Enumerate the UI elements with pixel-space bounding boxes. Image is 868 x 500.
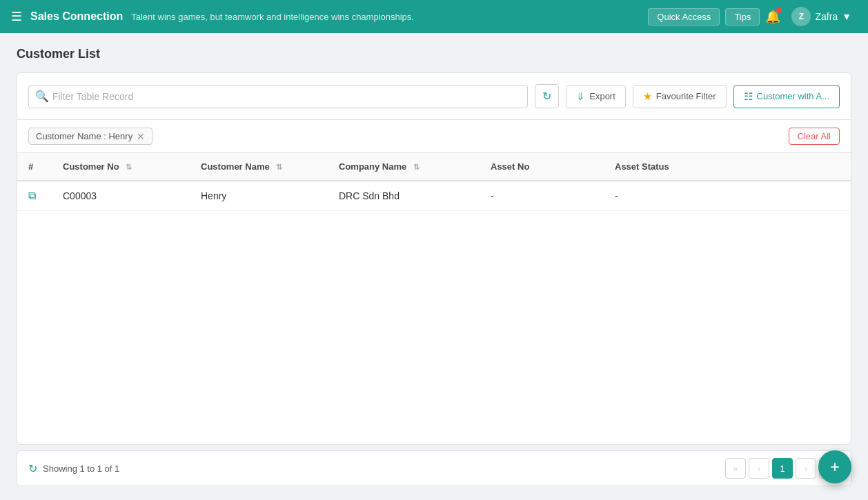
row-link-cell: ⧉ xyxy=(17,181,52,211)
tips-button[interactable]: Tips xyxy=(725,8,760,26)
filter-tag-label: Customer Name : Henry xyxy=(36,131,132,141)
page-content: Customer List 🔍 ↻ ⇓ Export ★ Favourite F… xyxy=(0,33,868,500)
showing-info: ↻ Showing 1 to 1 of 1 xyxy=(28,462,119,475)
add-button[interactable]: + xyxy=(818,450,851,483)
customer-filter-label: Customer with A... xyxy=(757,91,829,101)
first-page-button[interactable]: « xyxy=(725,458,746,479)
chevron-down-icon: ▼ xyxy=(842,11,851,22)
data-table: # Customer No ⇅ Customer Name ⇅ Company … xyxy=(17,153,851,211)
favourite-filter-button[interactable]: ★ Favourite Filter xyxy=(633,85,727,108)
page-title: Customer List xyxy=(17,47,851,61)
notifications-button[interactable]: 🔔 xyxy=(765,9,780,24)
table-row: ⧉ C00003 Henry DRC Sdn Bhd - - xyxy=(17,181,851,211)
sort-icon-company-name[interactable]: ⇅ xyxy=(413,163,420,171)
star-icon: ★ xyxy=(643,90,652,103)
next-page-button[interactable]: › xyxy=(796,458,816,479)
export-label: Export xyxy=(589,91,615,101)
prev-page-button[interactable]: ‹ xyxy=(749,458,769,479)
columns-icon: ☷ xyxy=(744,90,753,103)
row-asset-status: - xyxy=(604,181,851,211)
col-customer-no: Customer No ⇅ xyxy=(52,153,190,181)
filter-tags: Customer Name : Henry ✕ xyxy=(28,128,152,145)
row-link-icon[interactable]: ⧉ xyxy=(28,190,36,201)
col-hash: # xyxy=(17,153,52,181)
app-logo: Sales Connection xyxy=(30,10,123,23)
footer: ↻ Showing 1 to 1 of 1 « ‹ 1 › » xyxy=(17,450,851,486)
clear-all-button[interactable]: Clear All xyxy=(789,128,840,145)
export-button[interactable]: ⇓ Export xyxy=(566,85,626,108)
filter-tag: Customer Name : Henry ✕ xyxy=(28,128,152,145)
toolbar: 🔍 ↻ ⇓ Export ★ Favourite Filter ☷ Custom… xyxy=(17,73,851,120)
col-asset-no: Asset No xyxy=(480,153,604,181)
filter-tag-remove[interactable]: ✕ xyxy=(137,132,145,141)
col-asset-status: Asset Status xyxy=(604,153,851,181)
row-customer-no: C00003 xyxy=(52,181,190,211)
refresh-button[interactable]: ↻ xyxy=(535,84,559,108)
col-company-name: Company Name ⇅ xyxy=(328,153,480,181)
sort-icon-customer-no[interactable]: ⇅ xyxy=(126,163,132,171)
refresh-icon: ↻ xyxy=(542,90,551,103)
customer-filter-button[interactable]: ☷ Customer with A... xyxy=(733,85,840,108)
menu-icon[interactable]: ☰ xyxy=(11,9,22,24)
main-card: 🔍 ↻ ⇓ Export ★ Favourite Filter ☷ Custom… xyxy=(17,72,851,445)
search-input[interactable] xyxy=(28,85,528,108)
col-customer-name: Customer Name ⇅ xyxy=(190,153,328,181)
row-asset-no: - xyxy=(480,181,604,211)
header: ☰ Sales Connection Talent wins games, bu… xyxy=(0,0,868,33)
sort-icon-customer-name[interactable]: ⇅ xyxy=(276,163,282,171)
row-company-name: DRC Sdn Bhd xyxy=(328,181,480,211)
search-icon: 🔍 xyxy=(35,90,49,103)
footer-refresh-icon[interactable]: ↻ xyxy=(28,462,37,475)
download-icon: ⇓ xyxy=(576,90,585,103)
user-menu[interactable]: Z Zafra ▼ xyxy=(786,4,857,29)
user-name: Zafra xyxy=(815,11,838,22)
favourite-filter-label: Favourite Filter xyxy=(656,91,716,101)
table-container: # Customer No ⇅ Customer Name ⇅ Company … xyxy=(17,153,851,444)
page-1-button[interactable]: 1 xyxy=(772,458,793,479)
notification-badge xyxy=(776,8,782,13)
avatar: Z xyxy=(791,7,811,26)
showing-text: Showing 1 to 1 of 1 xyxy=(43,463,119,474)
table-header-row: # Customer No ⇅ Customer Name ⇅ Company … xyxy=(17,153,851,181)
app-tagline: Talent wins games, but teamwork and inte… xyxy=(131,12,640,22)
filter-area: Customer Name : Henry ✕ Clear All xyxy=(17,120,851,153)
search-container: 🔍 xyxy=(28,85,528,108)
quick-access-button[interactable]: Quick Access xyxy=(648,8,720,26)
row-customer-name: Henry xyxy=(190,181,328,211)
header-actions: Quick Access Tips 🔔 Z Zafra ▼ xyxy=(648,4,857,29)
